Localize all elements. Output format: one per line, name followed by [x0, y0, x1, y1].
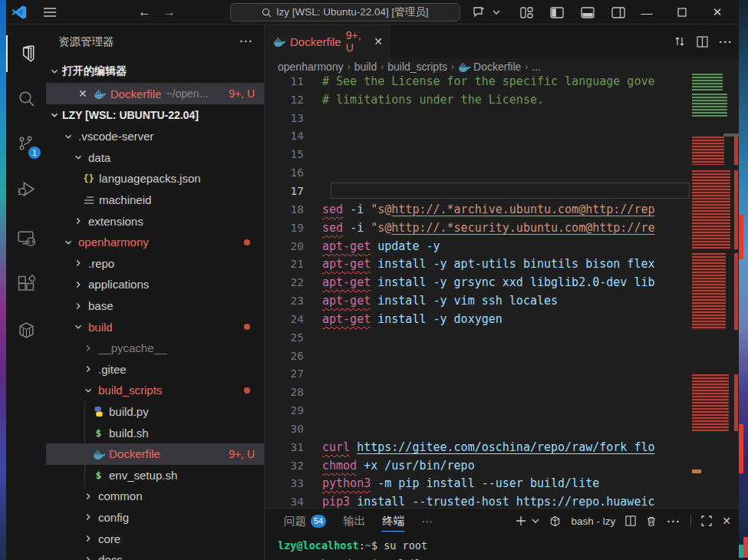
code-line-16[interactable]: 16 — [265, 163, 739, 182]
code-line-32[interactable]: 32chmod +x /usr/bin/repo — [265, 456, 739, 475]
breadcrumb-item[interactable]: Dockerfile — [458, 61, 521, 73]
activity-containers-icon[interactable] — [6, 311, 46, 348]
open-editor-dockerfile[interactable]: ✕ Dockerfile ~/open... 9+, U — [46, 83, 264, 104]
copilot-chat-icon[interactable] — [468, 0, 489, 25]
tree-item--repo[interactable]: .repo — [46, 253, 264, 275]
menu-hamburger-icon[interactable] — [43, 0, 57, 25]
tree-item--pycache-[interactable]: __pycache__ — [46, 338, 264, 359]
terminal-output[interactable]: lzy@localhost:~$ su rootsu: Authenticati… — [278, 536, 440, 560]
code-line-31[interactable]: 31curl https://gitee.com/oschina/repo/ra… — [265, 438, 739, 456]
kill-terminal-icon[interactable] — [646, 516, 657, 527]
terminal-profile-chevron-icon[interactable] — [532, 519, 539, 524]
shell-icon: $ — [92, 427, 105, 439]
customize-layout-icon[interactable] — [516, 0, 537, 25]
scrollbar-slider[interactable] — [723, 133, 739, 137]
tree-item-build-sh[interactable]: $build.sh — [46, 422, 264, 443]
breadcrumb-item[interactable]: openharmony — [278, 61, 344, 73]
tab-dockerfile[interactable]: Dockerfile 9+, U ✕ — [265, 25, 390, 58]
activity-explorer-icon[interactable] — [6, 35, 46, 72]
tree-item-base[interactable]: base — [46, 295, 264, 317]
copilot-chevron-down-icon[interactable] — [491, 0, 502, 25]
tree-item-common[interactable]: common — [46, 486, 264, 507]
tree-item-config[interactable]: config — [46, 507, 264, 529]
forward-arrow-icon[interactable]: → — [163, 0, 176, 25]
activity-remote-explorer-icon[interactable] — [6, 219, 46, 256]
workspace-section[interactable]: LZY [WSL: UBUNTU-22.04] — [46, 104, 264, 126]
code-line-25[interactable]: 25 — [265, 328, 739, 347]
tree-item-languagepacks-json[interactable]: {}languagepacks.json — [46, 168, 264, 189]
tab-close-icon[interactable]: ✕ — [374, 35, 383, 48]
command-center-search[interactable]: lzy [WSL: Ubuntu-22.04] [管理员] — [230, 3, 460, 21]
minimize-button[interactable]: — — [629, 0, 664, 25]
tree-item-env-setup-sh[interactable]: $env_setup.sh — [46, 465, 264, 486]
code-line-22[interactable]: 22apt-get install -y grsync xxd libglib2… — [265, 273, 739, 292]
toggle-panel-icon[interactable] — [577, 0, 598, 25]
code-line-23[interactable]: 23apt-get install -y vim ssh locales — [265, 292, 739, 310]
tree-item-build-scripts[interactable]: build_scripts — [46, 380, 264, 401]
tree-item-docs[interactable]: docs — [46, 549, 264, 560]
activity-run-debug-icon[interactable] — [6, 170, 46, 207]
panel-more-tabs[interactable]: ··· — [421, 509, 433, 533]
close-panel-icon[interactable]: ✕ — [722, 515, 731, 527]
panel-tab-输出[interactable]: 输出 — [343, 509, 365, 533]
open-editors-section[interactable]: 打开的编辑器 — [46, 61, 264, 81]
code-line-30[interactable]: 30 — [265, 420, 739, 438]
tree-item-openharmony[interactable]: openharmony — [46, 232, 264, 253]
code-line-28[interactable]: 28 — [265, 383, 739, 401]
tree-item-extensions[interactable]: extensions — [46, 210, 264, 232]
shell-icon: $ — [92, 469, 105, 481]
code-line-19[interactable]: 19sed -i "s@http://.*security.ubuntu.com… — [265, 219, 739, 237]
tree-item--gitee[interactable]: .gitee — [46, 359, 264, 380]
json-icon: {} — [82, 173, 95, 184]
tree-item-build-py[interactable]: build.py — [46, 401, 264, 423]
activity-search-icon[interactable] — [6, 80, 46, 117]
code-line-34[interactable]: 34pip3 install --trusted-host https://re… — [265, 492, 739, 508]
close-icon[interactable]: ✕ — [78, 87, 87, 100]
editor-more-actions[interactable]: ··· — [719, 35, 733, 48]
code-line-21[interactable]: 21apt-get install -y apt-utils binutils … — [265, 255, 739, 273]
code-line-18[interactable]: 18sed -i "s@http://.*archive.ubuntu.com@… — [265, 200, 739, 219]
breadcrumb-item[interactable]: build_scripts — [387, 61, 447, 73]
toggle-sidebar-icon[interactable] — [546, 0, 568, 25]
maximize-button[interactable] — [664, 0, 700, 25]
tree-item-data[interactable]: data — [46, 147, 264, 169]
code-line-14[interactable]: 14 — [265, 127, 739, 146]
code-line-12[interactable]: 12# limitations under the License. — [265, 91, 739, 109]
panel-tab-终端[interactable]: 终端 — [382, 509, 404, 533]
new-terminal-icon[interactable] — [516, 516, 526, 526]
terminal-line: lzy@localhost:~$ su root — [278, 536, 440, 555]
code-line-29[interactable]: 29 — [265, 401, 739, 420]
tree-item-core[interactable]: core — [46, 528, 264, 549]
code-line-17[interactable]: 17 — [265, 182, 739, 200]
code-line-24[interactable]: 24apt-get install -y doxygen — [265, 310, 739, 328]
tree-item-applications[interactable]: applications — [46, 274, 264, 295]
code-line-13[interactable]: 13 — [265, 109, 739, 127]
open-changes-icon[interactable] — [674, 35, 686, 48]
activity-source-control-icon[interactable]: 1 — [6, 125, 46, 162]
breadcrumb-item[interactable]: ... — [532, 61, 541, 73]
toggle-secondary-sidebar-icon[interactable] — [608, 0, 629, 25]
activity-extensions-icon[interactable] — [6, 265, 46, 302]
back-arrow-icon[interactable]: ← — [138, 0, 151, 25]
code-line-27[interactable]: 27 — [265, 365, 739, 384]
terminal-title[interactable]: bash - lzy — [571, 516, 615, 527]
panel-tab-问题[interactable]: 问题54 — [284, 509, 326, 533]
code-line-20[interactable]: 20apt-get update -y — [265, 237, 739, 255]
code-line-15[interactable]: 15 — [265, 145, 739, 163]
split-terminal-icon[interactable] — [625, 516, 636, 526]
tree-item--vscode-server[interactable]: .vscode-server — [46, 126, 264, 147]
split-editor-icon[interactable] — [697, 36, 708, 48]
tree-item-machineid[interactable]: machineid — [46, 189, 264, 211]
code-line-33[interactable]: 33python3 -m pip install --user build/li… — [265, 475, 739, 493]
tree-item-dockerfile[interactable]: Dockerfile9+, U — [46, 443, 264, 465]
code-area[interactable]: 11# See the License for the specific lan… — [265, 72, 739, 508]
code-line-26[interactable]: 26 — [265, 347, 739, 365]
sidebar-more-actions[interactable]: ··· — [240, 35, 254, 48]
tree-item-build[interactable]: build — [46, 316, 264, 338]
panel-more-actions[interactable]: ··· — [667, 515, 680, 528]
breadcrumb-item[interactable]: build — [354, 61, 377, 73]
chevron-right-icon — [82, 512, 94, 522]
maximize-panel-icon[interactable] — [701, 516, 712, 526]
minimap[interactable] — [690, 58, 733, 508]
close-button[interactable]: ✕ — [700, 0, 735, 25]
